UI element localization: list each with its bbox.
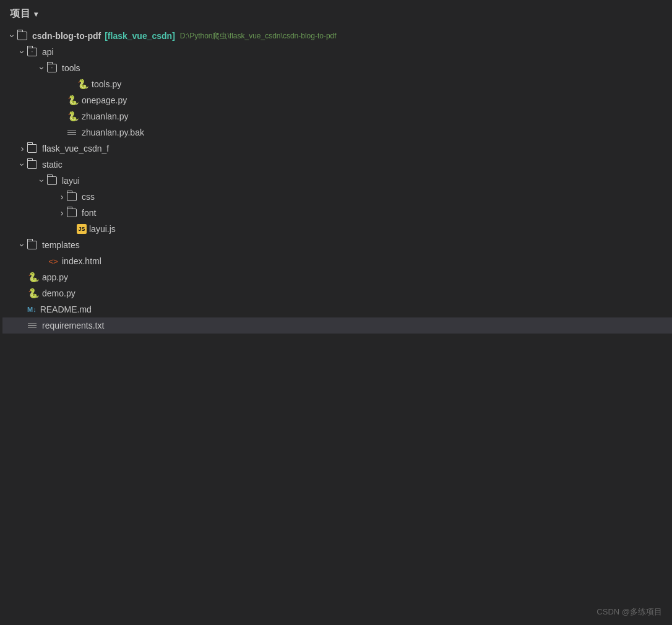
chevron-empty — [57, 111, 67, 121]
python-icon: 🐍 — [77, 78, 89, 90]
index-html-label: index.html — [62, 256, 101, 266]
tree-item-layui[interactable]: layui — [2, 173, 672, 189]
folder-icon — [17, 30, 30, 42]
python-icon: 🐍 — [67, 94, 79, 106]
tools-py-label: tools.py — [92, 79, 121, 89]
css-folder-icon — [67, 191, 79, 203]
chevron-open-icon — [7, 31, 17, 41]
chevron-empty — [57, 127, 67, 137]
tree-item-onepage-py[interactable]: 🐍 onepage.py — [2, 92, 672, 108]
js-file-icon: JS — [77, 224, 87, 234]
tree-item-static[interactable]: static — [2, 157, 672, 173]
chevron-open-icon — [17, 160, 27, 170]
chevron-open-icon — [17, 240, 27, 250]
tree-item-app-py[interactable]: 🐍 app.py — [2, 269, 672, 285]
zhuanlan-bak-label: zhuanlan.py.bak — [82, 127, 144, 137]
chevron-open-icon — [17, 47, 27, 57]
tree-root[interactable]: csdn-blog-to-pdf [flask_vue_csdn] D:\Pyt… — [2, 28, 672, 44]
onepage-py-label: onepage.py — [82, 95, 127, 105]
tree-item-font[interactable]: font — [2, 205, 672, 221]
markdown-icon: M↓ — [27, 306, 37, 313]
chevron-empty — [17, 321, 27, 330]
chevron-empty — [67, 224, 77, 234]
font-folder-icon — [67, 207, 79, 219]
demo-py-label: demo.py — [42, 288, 75, 298]
tree-item-readme[interactable]: M↓ README.md — [2, 301, 672, 317]
css-label: css — [82, 192, 95, 202]
chevron-open-icon — [37, 176, 47, 186]
flask-folder-icon — [27, 142, 40, 155]
static-label: static — [42, 160, 62, 170]
tree-item-flask-folder[interactable]: flask_vue_csdn_f — [2, 140, 672, 157]
chevron-empty — [67, 79, 77, 89]
templates-folder-icon — [27, 239, 40, 251]
tree-item-templates[interactable]: templates — [2, 237, 672, 253]
zhuanlan-py-label: zhuanlan.py — [82, 111, 129, 121]
chevron-closed-icon — [57, 192, 67, 202]
text-file-icon — [27, 319, 40, 332]
python-icon: 🐍 — [27, 271, 40, 283]
tree-item-index-html[interactable]: <> index.html — [2, 253, 672, 269]
tree-item-css[interactable]: css — [2, 189, 672, 205]
header-title: 项目 — [10, 7, 30, 20]
python-icon: 🐍 — [67, 110, 79, 123]
layui-folder-icon — [47, 175, 59, 187]
chevron-empty — [17, 272, 27, 282]
root-badge: [flask_vue_csdn] — [105, 31, 175, 41]
chevron-closed-icon — [57, 208, 67, 218]
layui-label: layui — [62, 176, 80, 186]
python-icon: 🐍 — [27, 287, 40, 300]
layui-js-label: layui.js — [89, 224, 116, 234]
static-folder-icon — [27, 158, 40, 171]
root-path: D:\Python爬虫\flask_vue_csdn\csdn-blog-to-… — [180, 31, 337, 41]
header-chevron-icon: ▾ — [34, 10, 38, 19]
flask-folder-label: flask_vue_csdn_f — [42, 144, 109, 153]
html-file-icon: <> — [47, 255, 59, 267]
chevron-empty — [57, 95, 67, 105]
requirements-label: requirements.txt — [42, 321, 104, 330]
tree-item-demo-py[interactable]: 🐍 demo.py — [2, 285, 672, 301]
chevron-closed-icon — [17, 144, 27, 153]
root-label: csdn-blog-to-pdf — [32, 31, 101, 41]
readme-label: README.md — [40, 304, 92, 314]
templates-label: templates — [42, 240, 80, 250]
watermark: CSDN @多练项目 — [597, 606, 662, 618]
tree-item-tools-folder[interactable]: tools — [2, 60, 672, 76]
font-label: font — [82, 208, 96, 218]
tree-item-requirements[interactable]: requirements.txt — [2, 317, 672, 334]
chevron-open-icon — [37, 63, 47, 73]
tree-item-tools-py[interactable]: 🐍 tools.py — [2, 76, 672, 92]
tree-item-zhuanlan-bak[interactable]: zhuanlan.py.bak — [2, 124, 672, 140]
tools-folder-label: tools — [62, 63, 80, 73]
header[interactable]: 项目 ▾ — [0, 0, 672, 28]
chevron-empty — [17, 304, 27, 314]
app-py-label: app.py — [42, 272, 68, 282]
tree-item-zhuanlan-py[interactable]: 🐍 zhuanlan.py — [2, 108, 672, 124]
text-file-icon — [67, 126, 79, 139]
tree-container: csdn-blog-to-pdf [flask_vue_csdn] D:\Pyt… — [0, 28, 672, 334]
tree-item-api[interactable]: api — [2, 44, 672, 60]
tools-folder-dot-icon — [47, 62, 59, 74]
api-label: api — [42, 47, 54, 57]
chevron-empty — [17, 288, 27, 298]
tree-item-layui-js[interactable]: JS layui.js — [2, 221, 672, 237]
chevron-empty — [37, 256, 47, 266]
api-folder-dot-icon — [27, 46, 40, 58]
